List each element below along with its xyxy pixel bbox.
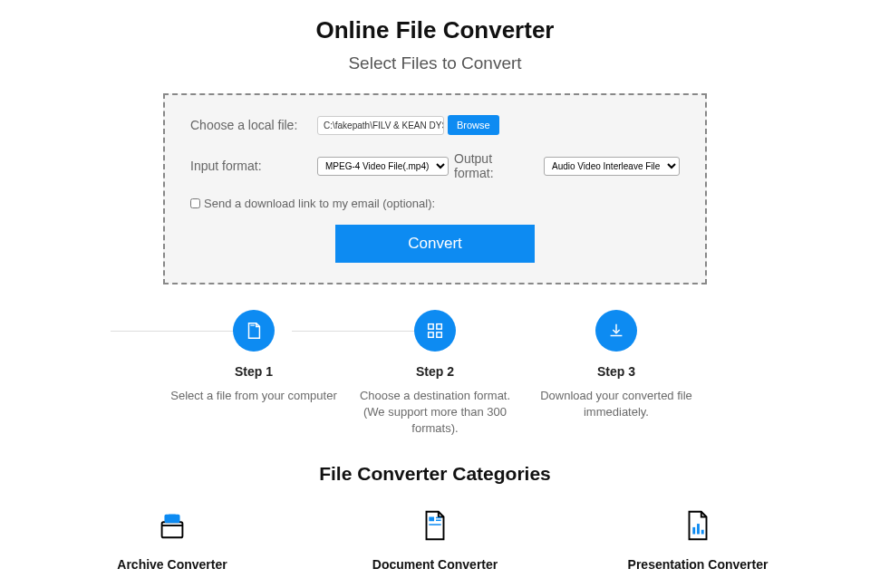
- step-title: Step 2: [344, 364, 526, 379]
- step-desc: Select a file from your computer: [163, 388, 344, 404]
- page-title: Online File Converter: [0, 16, 870, 44]
- svg-rect-8: [429, 516, 434, 521]
- step-connector-line: [111, 331, 252, 332]
- categories-title: File Converter Categories: [0, 463, 870, 485]
- svg-rect-2: [437, 324, 442, 330]
- download-icon: [595, 310, 637, 352]
- category-title: Document Converter: [353, 557, 517, 572]
- output-format-label: Output format:: [454, 151, 527, 180]
- email-checkbox[interactable]: [190, 198, 200, 208]
- svg-rect-1: [429, 324, 434, 330]
- svg-rect-5: [162, 522, 183, 537]
- svg-rect-3: [429, 333, 434, 338]
- browse-button[interactable]: Browse: [448, 115, 499, 135]
- converter-panel: Choose a local file: C:\fakepath\FILV & …: [163, 93, 707, 284]
- document-icon: [353, 508, 517, 543]
- category-archive[interactable]: Archive Converter: [91, 508, 254, 572]
- output-format-select[interactable]: Audio Video Interleave File: [544, 157, 680, 176]
- file-icon: [233, 310, 275, 352]
- step-desc: Choose a destination format. (We support…: [344, 388, 526, 438]
- grid-icon: [414, 310, 456, 352]
- svg-rect-4: [437, 333, 442, 338]
- file-path-display: C:\fakepath\FILV & KEAN DYSSO - All Th: [317, 116, 444, 135]
- svg-rect-7: [169, 515, 175, 517]
- presentation-icon: [616, 508, 779, 543]
- email-label: Send a download link to my email (option…: [204, 197, 435, 210]
- choose-file-row: Choose a local file: C:\fakepath\FILV & …: [190, 115, 680, 135]
- svg-rect-12: [692, 526, 695, 534]
- categories-section: Archive Converter Document Converter: [0, 508, 870, 572]
- category-title: Presentation Converter: [616, 557, 779, 572]
- svg-rect-14: [701, 529, 704, 534]
- step-title: Step 1: [163, 364, 344, 379]
- step-desc: Download your converted file immediately…: [526, 388, 707, 420]
- category-title: Archive Converter: [91, 557, 254, 572]
- step-connector-line: [292, 331, 433, 332]
- svg-rect-0: [250, 325, 255, 326]
- choose-file-label: Choose a local file:: [190, 118, 317, 132]
- step-title: Step 3: [526, 364, 707, 379]
- page-subtitle: Select Files to Convert: [0, 53, 870, 73]
- step-3: Step 3 Download your converted file imme…: [526, 310, 707, 420]
- convert-button[interactable]: Convert: [335, 225, 535, 263]
- email-row: Send a download link to my email (option…: [190, 197, 680, 210]
- category-document[interactable]: Document Converter: [353, 508, 517, 572]
- steps-section: Step 1 Select a file from your computer …: [0, 310, 870, 438]
- input-format-label: Input format:: [190, 159, 317, 173]
- svg-rect-13: [697, 524, 700, 534]
- input-format-select[interactable]: MPEG-4 Video File(.mp4): [317, 157, 449, 176]
- archive-icon: [91, 508, 254, 543]
- category-presentation[interactable]: Presentation Converter: [616, 508, 779, 572]
- step-2: Step 2 Choose a destination format. (We …: [344, 310, 526, 438]
- format-row: Input format: MPEG-4 Video File(.mp4) Ou…: [190, 151, 680, 180]
- step-1: Step 1 Select a file from your computer: [163, 310, 344, 404]
